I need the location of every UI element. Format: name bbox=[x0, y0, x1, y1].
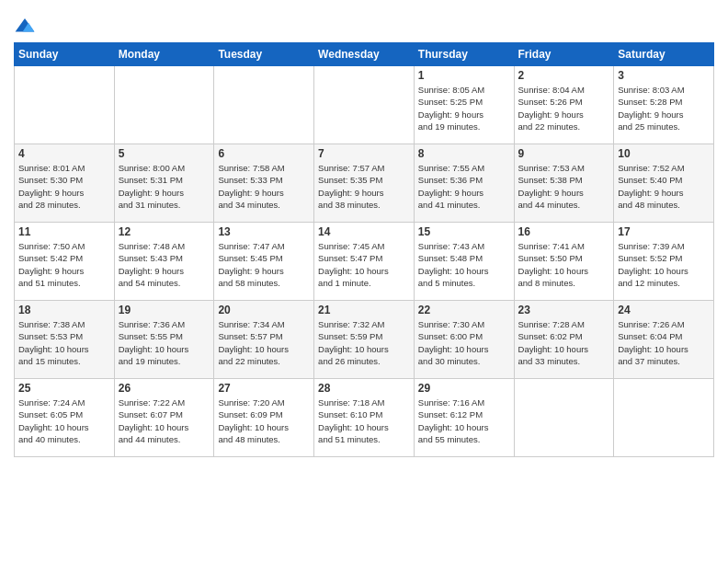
day-info: Sunrise: 7:26 AMSunset: 6:04 PMDaylight:… bbox=[618, 318, 710, 367]
calendar-cell: 19Sunrise: 7:36 AMSunset: 5:55 PMDayligh… bbox=[114, 301, 214, 379]
column-header-thursday: Thursday bbox=[414, 43, 514, 66]
calendar-cell: 18Sunrise: 7:38 AMSunset: 5:53 PMDayligh… bbox=[15, 301, 115, 379]
calendar-cell bbox=[514, 379, 614, 457]
calendar-week-row: 4Sunrise: 8:01 AMSunset: 5:30 PMDaylight… bbox=[15, 144, 714, 223]
column-header-saturday: Saturday bbox=[614, 43, 714, 66]
day-info: Sunrise: 7:39 AMSunset: 5:52 PMDaylight:… bbox=[618, 240, 710, 289]
day-number: 4 bbox=[18, 147, 110, 160]
day-number: 17 bbox=[618, 225, 710, 238]
day-info: Sunrise: 8:00 AMSunset: 5:31 PMDaylight:… bbox=[119, 162, 210, 211]
calendar-cell: 6Sunrise: 7:58 AMSunset: 5:33 PMDaylight… bbox=[214, 144, 314, 223]
day-number: 10 bbox=[618, 147, 710, 160]
calendar-cell bbox=[15, 66, 115, 144]
calendar-cell: 20Sunrise: 7:34 AMSunset: 5:57 PMDayligh… bbox=[214, 301, 314, 379]
day-info: Sunrise: 7:22 AMSunset: 6:07 PMDaylight:… bbox=[119, 396, 210, 445]
day-info: Sunrise: 7:47 AMSunset: 5:45 PMDaylight:… bbox=[218, 240, 310, 289]
day-info: Sunrise: 7:30 AMSunset: 6:00 PMDaylight:… bbox=[418, 318, 510, 367]
day-info: Sunrise: 7:48 AMSunset: 5:43 PMDaylight:… bbox=[119, 240, 210, 289]
day-number: 13 bbox=[218, 225, 310, 238]
column-header-wednesday: Wednesday bbox=[314, 43, 415, 66]
calendar-cell: 14Sunrise: 7:45 AMSunset: 5:47 PMDayligh… bbox=[314, 223, 415, 301]
day-number: 19 bbox=[119, 304, 210, 316]
day-info: Sunrise: 7:52 AMSunset: 5:40 PMDaylight:… bbox=[618, 162, 710, 211]
calendar-week-row: 11Sunrise: 7:50 AMSunset: 5:42 PMDayligh… bbox=[15, 223, 714, 301]
calendar-cell: 10Sunrise: 7:52 AMSunset: 5:40 PMDayligh… bbox=[614, 144, 714, 223]
day-number: 7 bbox=[318, 147, 410, 160]
day-info: Sunrise: 8:03 AMSunset: 5:28 PMDaylight:… bbox=[618, 84, 710, 132]
column-header-sunday: Sunday bbox=[15, 43, 115, 66]
day-info: Sunrise: 7:38 AMSunset: 5:53 PMDaylight:… bbox=[18, 318, 110, 367]
day-info: Sunrise: 7:36 AMSunset: 5:55 PMDaylight:… bbox=[119, 318, 210, 367]
day-info: Sunrise: 7:41 AMSunset: 5:50 PMDaylight:… bbox=[518, 240, 610, 289]
day-info: Sunrise: 7:53 AMSunset: 5:38 PMDaylight:… bbox=[518, 162, 610, 211]
calendar-cell bbox=[314, 66, 415, 144]
column-header-monday: Monday bbox=[114, 43, 214, 66]
day-info: Sunrise: 8:05 AMSunset: 5:25 PMDaylight:… bbox=[418, 84, 510, 132]
day-number: 26 bbox=[119, 382, 210, 395]
calendar-table: SundayMondayTuesdayWednesdayThursdayFrid… bbox=[14, 42, 714, 457]
logo-icon bbox=[14, 17, 36, 35]
day-number: 3 bbox=[618, 69, 710, 82]
day-number: 6 bbox=[218, 147, 310, 160]
day-number: 27 bbox=[218, 382, 310, 395]
day-info: Sunrise: 7:34 AMSunset: 5:57 PMDaylight:… bbox=[218, 318, 310, 367]
calendar-cell: 1Sunrise: 8:05 AMSunset: 5:25 PMDaylight… bbox=[414, 66, 514, 144]
calendar-cell: 16Sunrise: 7:41 AMSunset: 5:50 PMDayligh… bbox=[514, 223, 614, 301]
day-number: 20 bbox=[218, 304, 310, 316]
calendar-cell: 22Sunrise: 7:30 AMSunset: 6:00 PMDayligh… bbox=[414, 301, 514, 379]
calendar-cell: 7Sunrise: 7:57 AMSunset: 5:35 PMDaylight… bbox=[314, 144, 415, 223]
day-number: 28 bbox=[318, 382, 410, 395]
day-number: 22 bbox=[418, 304, 510, 316]
day-number: 18 bbox=[18, 304, 110, 316]
day-number: 15 bbox=[418, 225, 510, 238]
logo[interactable] bbox=[14, 17, 40, 35]
day-number: 2 bbox=[518, 69, 610, 82]
day-info: Sunrise: 7:43 AMSunset: 5:48 PMDaylight:… bbox=[418, 240, 510, 289]
day-info: Sunrise: 7:55 AMSunset: 5:36 PMDaylight:… bbox=[418, 162, 510, 211]
day-info: Sunrise: 7:50 AMSunset: 5:42 PMDaylight:… bbox=[18, 240, 110, 289]
day-number: 23 bbox=[518, 304, 610, 316]
calendar-cell: 4Sunrise: 8:01 AMSunset: 5:30 PMDaylight… bbox=[15, 144, 115, 223]
calendar-cell: 28Sunrise: 7:18 AMSunset: 6:10 PMDayligh… bbox=[314, 379, 415, 457]
calendar-cell: 21Sunrise: 7:32 AMSunset: 5:59 PMDayligh… bbox=[314, 301, 415, 379]
day-number: 11 bbox=[18, 225, 110, 238]
column-header-friday: Friday bbox=[514, 43, 614, 66]
calendar-cell: 13Sunrise: 7:47 AMSunset: 5:45 PMDayligh… bbox=[214, 223, 314, 301]
day-number: 29 bbox=[418, 382, 510, 395]
calendar-cell: 5Sunrise: 8:00 AMSunset: 5:31 PMDaylight… bbox=[114, 144, 214, 223]
day-info: Sunrise: 7:18 AMSunset: 6:10 PMDaylight:… bbox=[318, 396, 410, 445]
day-number: 8 bbox=[418, 147, 510, 160]
calendar-cell: 26Sunrise: 7:22 AMSunset: 6:07 PMDayligh… bbox=[114, 379, 214, 457]
day-info: Sunrise: 8:01 AMSunset: 5:30 PMDaylight:… bbox=[18, 162, 110, 211]
day-number: 14 bbox=[318, 225, 410, 238]
calendar-cell: 3Sunrise: 8:03 AMSunset: 5:28 PMDaylight… bbox=[614, 66, 714, 144]
day-number: 5 bbox=[119, 147, 210, 160]
calendar-week-row: 18Sunrise: 7:38 AMSunset: 5:53 PMDayligh… bbox=[15, 301, 714, 379]
calendar-cell: 12Sunrise: 7:48 AMSunset: 5:43 PMDayligh… bbox=[114, 223, 214, 301]
calendar-cell: 25Sunrise: 7:24 AMSunset: 6:05 PMDayligh… bbox=[15, 379, 115, 457]
calendar-cell: 23Sunrise: 7:28 AMSunset: 6:02 PMDayligh… bbox=[514, 301, 614, 379]
day-number: 24 bbox=[618, 304, 710, 316]
day-info: Sunrise: 7:24 AMSunset: 6:05 PMDaylight:… bbox=[18, 396, 110, 445]
calendar-cell bbox=[614, 379, 714, 457]
calendar-cell: 24Sunrise: 7:26 AMSunset: 6:04 PMDayligh… bbox=[614, 301, 714, 379]
day-info: Sunrise: 7:57 AMSunset: 5:35 PMDaylight:… bbox=[318, 162, 410, 211]
day-number: 25 bbox=[18, 382, 110, 395]
day-info: Sunrise: 7:45 AMSunset: 5:47 PMDaylight:… bbox=[318, 240, 410, 289]
day-number: 12 bbox=[119, 225, 210, 238]
calendar-cell: 9Sunrise: 7:53 AMSunset: 5:38 PMDaylight… bbox=[514, 144, 614, 223]
calendar-cell: 27Sunrise: 7:20 AMSunset: 6:09 PMDayligh… bbox=[214, 379, 314, 457]
day-info: Sunrise: 8:04 AMSunset: 5:26 PMDaylight:… bbox=[518, 84, 610, 132]
day-number: 16 bbox=[518, 225, 610, 238]
calendar-cell: 2Sunrise: 8:04 AMSunset: 5:26 PMDaylight… bbox=[514, 66, 614, 144]
day-info: Sunrise: 7:58 AMSunset: 5:33 PMDaylight:… bbox=[218, 162, 310, 211]
calendar-cell: 15Sunrise: 7:43 AMSunset: 5:48 PMDayligh… bbox=[414, 223, 514, 301]
calendar-cell bbox=[114, 66, 214, 144]
day-number: 21 bbox=[318, 304, 410, 316]
page-header bbox=[14, 9, 714, 35]
calendar-cell: 8Sunrise: 7:55 AMSunset: 5:36 PMDaylight… bbox=[414, 144, 514, 223]
calendar-cell: 11Sunrise: 7:50 AMSunset: 5:42 PMDayligh… bbox=[15, 223, 115, 301]
day-info: Sunrise: 7:32 AMSunset: 5:59 PMDaylight:… bbox=[318, 318, 410, 367]
day-number: 9 bbox=[518, 147, 610, 160]
day-info: Sunrise: 7:28 AMSunset: 6:02 PMDaylight:… bbox=[518, 318, 610, 367]
